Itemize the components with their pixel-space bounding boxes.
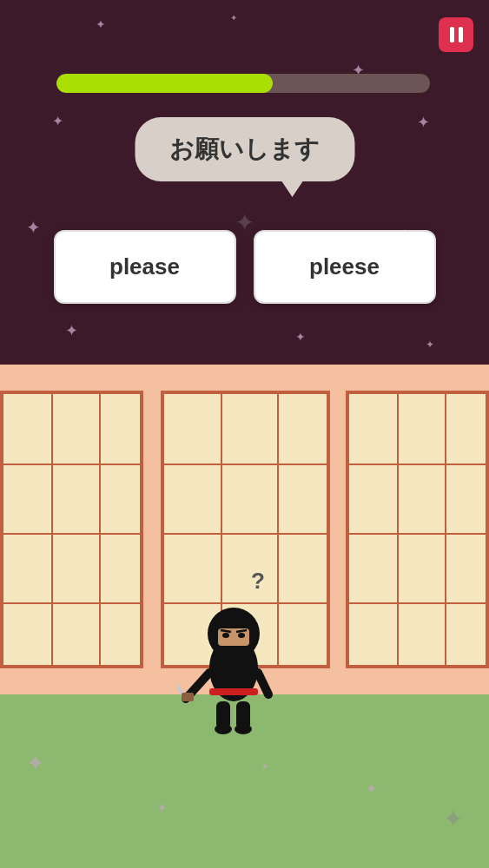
svg-point-5 <box>222 633 229 638</box>
svg-text:?: ? <box>251 568 265 594</box>
svg-rect-2 <box>209 688 258 695</box>
shuriken-bottom-5: ✦ <box>443 805 463 833</box>
svg-point-15 <box>215 724 232 734</box>
answer-button-2[interactable]: pleese <box>254 230 436 304</box>
question-bubble: お願いします <box>135 117 354 181</box>
svg-rect-12 <box>182 693 194 701</box>
progress-bar-container <box>56 74 430 93</box>
answer-buttons-container: please pleese <box>54 230 436 304</box>
ninja-character: ? <box>177 564 290 738</box>
svg-point-16 <box>235 724 252 734</box>
svg-line-10 <box>258 673 268 694</box>
progress-bar-fill <box>56 74 273 93</box>
shuriken-bottom-4: ✦ <box>365 779 378 799</box>
shuriken-decor: ✦ <box>65 321 78 340</box>
shuriken-bottom-1: ✦ <box>26 750 45 777</box>
dojo-section: ? <box>0 365 489 868</box>
quiz-top-section: ✦ ✦ ✦ ✦ ✦ ✦ ✦ ✦ ✦ ✦ ✦ ✦ ✦ お願いします please … <box>0 0 489 365</box>
shuriken-bottom-3: ✦ <box>261 760 269 773</box>
pause-button[interactable] <box>439 17 473 52</box>
shuriken-bottom-2: ✦ <box>156 799 168 816</box>
dojo-room: ? <box>0 365 489 868</box>
shuriken-decor: ✦ <box>426 339 434 351</box>
shuriken-decor: ✦ <box>295 330 306 344</box>
shuriken-decor: ✦ <box>26 217 41 238</box>
shuriken-decor: ✦ <box>417 113 430 132</box>
shuriken-decor: ✦ <box>96 17 106 31</box>
shoji-door-left <box>0 391 143 668</box>
shuriken-decor: ✦ <box>230 13 237 23</box>
svg-point-6 <box>238 633 245 638</box>
shuriken-decor: ✦ <box>52 113 63 129</box>
question-text: お願いします <box>169 135 320 162</box>
answer-button-1[interactable]: please <box>54 230 236 304</box>
shoji-door-right <box>346 391 489 668</box>
